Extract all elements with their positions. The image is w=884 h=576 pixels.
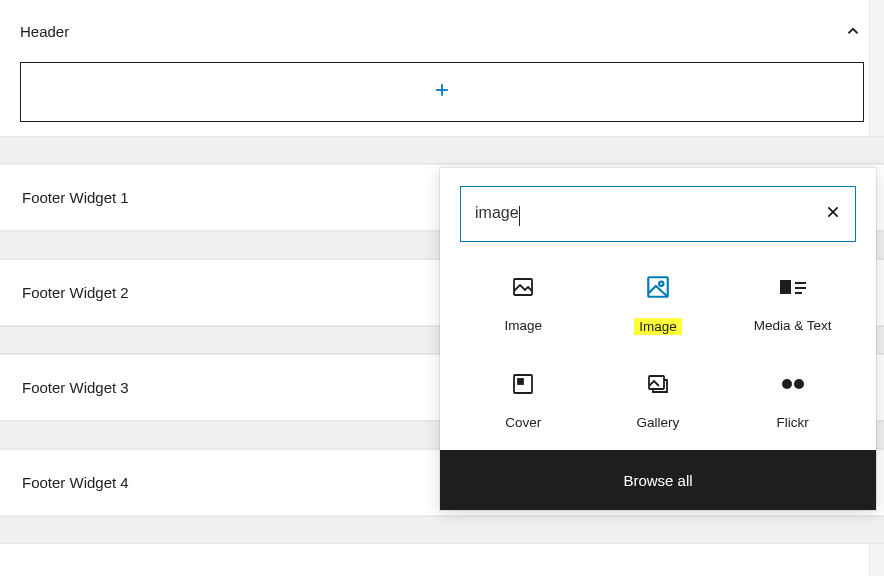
search-input[interactable]: image: [475, 204, 825, 224]
browse-all-button[interactable]: Browse all: [440, 450, 876, 510]
block-label: Image: [634, 318, 682, 335]
block-label: Flickr: [777, 415, 809, 430]
chevron-up-icon: [842, 20, 864, 42]
gallery-icon: [645, 371, 671, 397]
search-input-wrapper[interactable]: image: [460, 186, 856, 242]
block-type-flickr[interactable]: Flickr: [725, 371, 860, 430]
block-label: Media & Text: [754, 318, 832, 333]
block-type-media-text[interactable]: Media & Text: [725, 274, 860, 335]
add-block-button[interactable]: [20, 62, 864, 122]
block-label: Image: [505, 318, 543, 333]
svg-rect-12: [518, 379, 523, 384]
media-text-icon: [780, 274, 806, 300]
plus-icon: [432, 80, 452, 104]
cover-icon: [510, 371, 536, 397]
svg-point-14: [782, 379, 792, 389]
flickr-icon: [780, 371, 806, 397]
block-type-cover[interactable]: Cover: [456, 371, 591, 430]
svg-point-6: [659, 282, 663, 286]
image-icon: [645, 274, 671, 300]
block-label: Gallery: [637, 415, 680, 430]
block-type-gallery[interactable]: Gallery: [591, 371, 726, 430]
block-type-image[interactable]: Image: [456, 274, 591, 335]
block-type-image-alt[interactable]: Image: [591, 274, 726, 335]
block-inserter-popover: image Image Image Media & Text: [440, 168, 876, 510]
header-title: Header: [20, 23, 69, 40]
header-section-toggle[interactable]: Header: [0, 0, 884, 46]
image-icon: [510, 274, 536, 300]
close-icon[interactable]: [825, 204, 841, 225]
svg-rect-7: [780, 280, 791, 294]
block-label: Cover: [505, 415, 541, 430]
divider: [0, 136, 884, 164]
svg-point-15: [794, 379, 804, 389]
divider: [0, 516, 884, 544]
